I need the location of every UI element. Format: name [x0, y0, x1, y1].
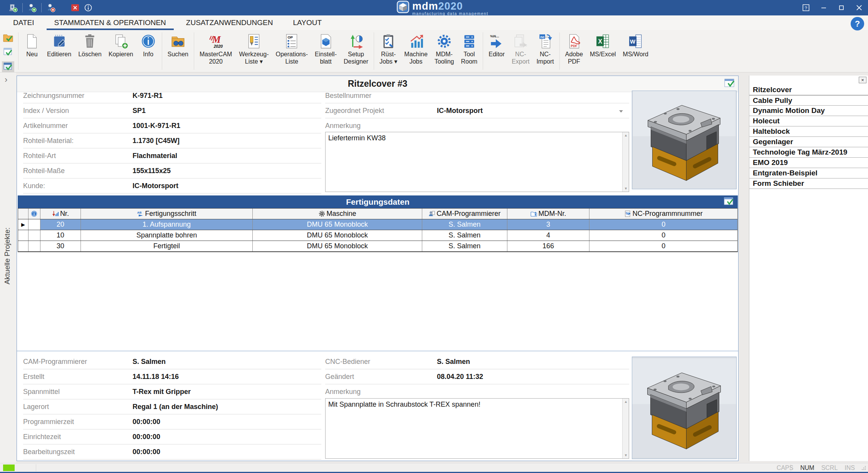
ribbon-button-mastercam[interactable]: M2020MasterCAM 2020 — [196, 30, 235, 72]
tab-stammdaten-operationen[interactable]: STAMMDATEN & OPERATIONEN — [44, 15, 176, 30]
project-folder-check-button[interactable] — [2, 32, 14, 43]
num-indicator: NUM — [800, 465, 814, 471]
ribbon-button-loeschen[interactable]: Löschen — [75, 30, 105, 72]
ribbon-button-einstellblatt[interactable]: Einstell- blatt — [311, 30, 340, 72]
ribbon-button-werkzeugliste[interactable]: Werkzeug- Liste ▾ — [235, 30, 272, 72]
field-value[interactable]: IC-Motorsport — [133, 182, 178, 190]
projekt-dropdown[interactable]: IC-Motorsport — [437, 107, 483, 115]
row-selector[interactable] — [18, 230, 29, 241]
project-item-ritzelcover[interactable]: Ritzelcover — [749, 85, 868, 95]
confirm-record-button[interactable] — [724, 79, 735, 90]
chevron-down-icon[interactable] — [619, 110, 623, 113]
field-value[interactable]: T-Rex mit Gripper — [133, 388, 191, 396]
table-row-selected[interactable]: ▶ 20 1. Aufspannung DMU 65 Monoblock S. … — [18, 219, 737, 230]
row-selector[interactable] — [18, 241, 29, 251]
ribbon-button-info[interactable]: Info — [137, 30, 160, 72]
aktuelle-projekte-label[interactable]: Aktuelle Projekte: — [3, 227, 12, 284]
project-item[interactable]: EMO 2019 — [749, 158, 868, 168]
tab-layout[interactable]: LAYOUT — [283, 15, 332, 30]
ribbon-button-mdmtooling[interactable]: MDM- Tooling — [431, 30, 458, 72]
scroll-up-icon[interactable]: ▲ — [623, 399, 629, 405]
ribbon-button-msexcel[interactable]: XMS/Excel — [586, 30, 620, 72]
ribbon-button-ruestjobs[interactable]: Rüst- Jobs ▾ — [376, 30, 401, 72]
user-remove-button[interactable] — [46, 3, 55, 12]
help-button[interactable]: ? — [851, 17, 864, 30]
field-value[interactable]: 00:00:00 — [133, 418, 160, 426]
maximize-button[interactable] — [838, 4, 845, 11]
project-item[interactable]: Form Schieber — [749, 178, 868, 189]
tab-datei[interactable]: DATEI — [3, 15, 44, 30]
ribbon-button-suchen[interactable]: Suchen — [164, 30, 192, 72]
ribbon-button-ncimport[interactable]: ncNC- Import — [533, 30, 557, 72]
form-check-button[interactable] — [2, 47, 14, 57]
user-add-button[interactable] — [27, 3, 37, 12]
close-document-button[interactable] — [71, 3, 79, 12]
scroll-up-icon[interactable]: ▲ — [623, 132, 629, 138]
project-item[interactable]: Cable Pully — [749, 95, 868, 106]
machine-add-button[interactable] — [8, 3, 18, 12]
window-check-selected-icon — [3, 61, 13, 72]
scrollbar[interactable]: ▲▼ — [622, 132, 629, 192]
field-value[interactable]: 08.04.20 11:32 — [437, 373, 483, 381]
field-value[interactable]: 1001-K-971-R1 — [133, 122, 180, 130]
project-item[interactable]: Dynamic Motion Day — [749, 106, 868, 116]
percent-doc-column-icon: % — [625, 210, 631, 217]
column-header-maschine[interactable]: Maschine — [253, 209, 422, 219]
close-button[interactable] — [856, 4, 863, 11]
table-row[interactable]: 30 Fertigteil DMU 65 Monoblock S. Salmen… — [18, 241, 737, 252]
ribbon-button-setup-designer[interactable]: Setup Designer — [340, 30, 372, 72]
anmerkung-textarea[interactable]: Liefertermin KW38 ▲▼ — [325, 132, 629, 192]
sort-icon — [52, 210, 59, 217]
confirm-fertigungsdaten-button[interactable] — [723, 197, 734, 208]
fertigungsdaten-title: Fertigungsdaten — [346, 197, 410, 207]
field-value[interactable]: S. Salmen — [437, 358, 470, 366]
resize-grip[interactable] — [861, 465, 866, 472]
project-item[interactable]: Gegenlager — [749, 137, 868, 147]
active-form-check-button[interactable] — [2, 61, 14, 72]
document-info-button[interactable] — [84, 3, 92, 12]
scrollbar[interactable]: ▲▼ — [622, 399, 629, 458]
ribbon-button-editor[interactable]: %N...Editor — [485, 30, 508, 72]
sidebar-close-button[interactable]: × — [859, 77, 866, 83]
table-row[interactable]: 10 Spannplatte bohren DMU 65 Monoblock S… — [18, 230, 737, 241]
anmerkung-details-textarea[interactable]: Mit Spannplatte in Schraubstock T-REX sp… — [325, 398, 629, 459]
project-item[interactable]: Entgraten-Beispiel — [749, 168, 868, 178]
field-value[interactable]: 155x115x25 — [133, 167, 171, 175]
field-value[interactable]: S. Salmen — [133, 358, 166, 366]
field-value[interactable]: K-971-R1 — [133, 92, 163, 100]
ribbon-button-neu[interactable]: Neu — [20, 30, 44, 72]
project-item[interactable]: Holecut — [749, 116, 868, 126]
field-value[interactable]: 00:00:00 — [133, 433, 160, 441]
row-selector[interactable]: ▶ — [18, 219, 29, 230]
project-item[interactable]: Halteblock — [749, 126, 868, 137]
field-value[interactable]: SP1 — [133, 107, 146, 115]
column-header-cam-programmierer[interactable]: CAM-Programmierer — [422, 209, 507, 219]
field-value[interactable]: Regal 1 (an der Maschine) — [133, 403, 218, 411]
ribbon-button-operationsliste[interactable]: OPOperations- Liste — [272, 30, 311, 72]
field-value[interactable]: 14.11.18 14:16 — [133, 373, 179, 381]
minimize-icon — [821, 5, 827, 11]
field-value[interactable]: 1.1730 [C45W] — [133, 137, 180, 145]
minimize-button[interactable] — [820, 4, 827, 11]
svg-text:?: ? — [805, 6, 807, 10]
column-header-mdm-nr[interactable]: MDM-Nr. — [507, 209, 590, 219]
help-about-button[interactable]: ? — [803, 4, 809, 11]
tab-zusatzanwendungen[interactable]: ZUSATZANWENDUNGEN — [176, 15, 283, 30]
ribbon-button-kopieren[interactable]: Kopieren — [105, 30, 137, 72]
ribbon-button-msword[interactable]: WMS/Word — [620, 30, 652, 72]
column-header-nc-programmnummer[interactable]: %NC-Programmnummer — [589, 209, 737, 219]
column-header-nr[interactable]: Nr. — [40, 209, 81, 219]
scroll-down-icon[interactable]: ▼ — [623, 452, 629, 458]
project-item[interactable]: Technologie Tag März-2019 — [749, 147, 868, 158]
server-stack-icon — [461, 33, 477, 49]
column-header-fertigungsschritt[interactable]: ABFertigungsschritt — [81, 209, 253, 219]
scroll-down-icon[interactable]: ▼ — [623, 185, 629, 192]
excel-icon: X — [595, 33, 611, 49]
expand-projects-button[interactable]: › — [5, 75, 7, 85]
field-value[interactable]: Flachmaterial — [133, 152, 177, 160]
ribbon-button-editieren[interactable]: Editieren — [44, 30, 75, 72]
ribbon-button-toolroom[interactable]: Tool Room — [457, 30, 481, 72]
ribbon-button-machinejobs[interactable]: Machine Jobs — [401, 30, 431, 72]
ribbon-button-adobepdf[interactable]: PDFAdobe PDF — [562, 30, 586, 72]
field-value[interactable]: 00:00:00 — [133, 448, 160, 456]
